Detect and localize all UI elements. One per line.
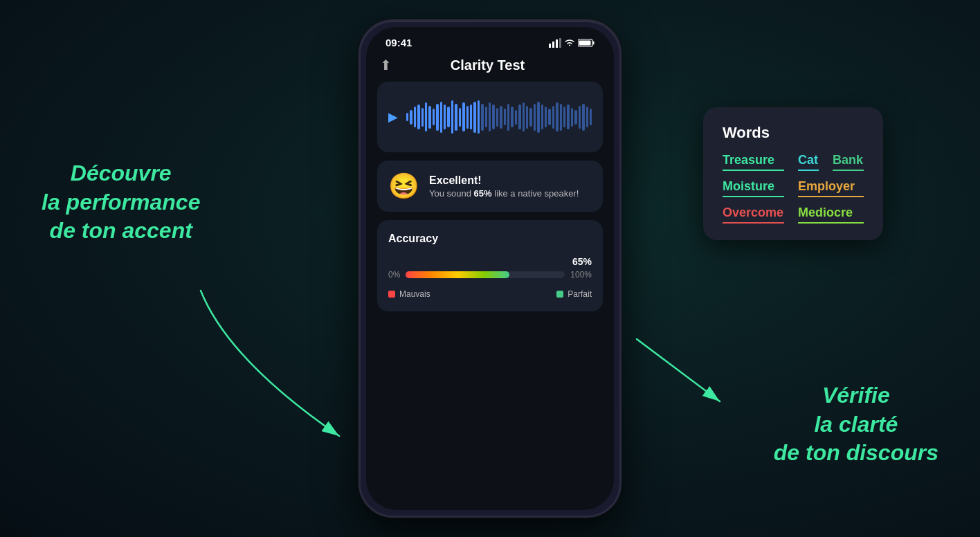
word-treasure[interactable]: Treasure bbox=[723, 153, 784, 171]
phone-notch bbox=[448, 33, 532, 52]
accuracy-card: Accuracy 65% 0% 100% Mauvais Parfait bbox=[377, 220, 603, 311]
word-cat[interactable]: Cat bbox=[798, 153, 819, 171]
svg-rect-4 bbox=[556, 39, 558, 48]
accuracy-percent: 65% bbox=[388, 256, 592, 267]
left-annotation-text: Découvre la performance de ton accent bbox=[42, 159, 200, 246]
legend-bad-label: Mauvais bbox=[399, 289, 430, 299]
accuracy-bar-track bbox=[406, 271, 565, 278]
svg-rect-8 bbox=[579, 40, 591, 45]
share-button[interactable]: ⬆ bbox=[380, 57, 392, 73]
waveform-card: ▶ bbox=[377, 82, 603, 152]
legend-good-label: Parfait bbox=[568, 289, 592, 299]
words-grid: Treasure Cat Bank Moisture Employer Over… bbox=[723, 153, 864, 224]
legend-bad-dot bbox=[388, 291, 395, 298]
excellent-text: Excellent! You sound 65% like a native s… bbox=[429, 174, 579, 199]
word-moisture[interactable]: Moisture bbox=[723, 179, 784, 197]
signal-icon bbox=[549, 38, 561, 48]
svg-rect-3 bbox=[552, 42, 554, 48]
svg-rect-2 bbox=[549, 44, 551, 48]
nav-header: ⬆ Clarity Test bbox=[366, 54, 614, 82]
left-annotation: Découvre la performance de ton accent bbox=[42, 159, 200, 246]
accuracy-title: Accuracy bbox=[388, 233, 592, 245]
excellent-emoji: 😆 bbox=[388, 172, 419, 201]
word-overcome[interactable]: Overcome bbox=[723, 206, 784, 224]
excellent-subtitle: You sound 65% like a native speaker! bbox=[429, 188, 579, 199]
waveform bbox=[406, 96, 592, 138]
legend-good-dot bbox=[556, 291, 563, 298]
battery-icon bbox=[578, 39, 595, 47]
legend-bad: Mauvais bbox=[388, 289, 430, 299]
play-button[interactable]: ▶ bbox=[388, 109, 398, 125]
wifi-icon bbox=[564, 39, 575, 47]
bar-min-label: 0% bbox=[388, 270, 400, 280]
right-annotation: Vérifie la clarté de ton discours bbox=[774, 381, 938, 468]
svg-rect-7 bbox=[593, 41, 595, 44]
svg-rect-5 bbox=[559, 38, 561, 48]
status-icons bbox=[549, 38, 595, 48]
excellent-title: Excellent! bbox=[429, 174, 579, 187]
right-annotation-text: Vérifie la clarté de ton discours bbox=[774, 381, 938, 468]
words-popup-title: Words bbox=[723, 124, 864, 142]
word-employer[interactable]: Employer bbox=[798, 179, 864, 197]
waveform-container: ▶ bbox=[388, 93, 592, 141]
accuracy-bar-row: 0% 100% bbox=[388, 270, 592, 280]
word-bank[interactable]: Bank bbox=[833, 153, 864, 171]
phone-mockup: 09:41 bbox=[359, 19, 621, 518]
bar-max-label: 100% bbox=[570, 270, 592, 280]
screen-title: Clarity Test bbox=[451, 57, 525, 73]
word-mediocre[interactable]: Mediocre bbox=[798, 206, 864, 224]
accuracy-bar-fill bbox=[406, 271, 509, 278]
phone-screen: 09:41 bbox=[366, 27, 614, 510]
words-popup: Words Treasure Cat Bank Moisture Employe… bbox=[703, 107, 883, 240]
legend-good: Parfait bbox=[556, 289, 592, 299]
status-time: 09:41 bbox=[385, 37, 412, 48]
accuracy-legend: Mauvais Parfait bbox=[388, 289, 592, 299]
excellent-card: 😆 Excellent! You sound 65% like a native… bbox=[377, 161, 603, 212]
excellent-percent: 65% bbox=[474, 188, 492, 199]
